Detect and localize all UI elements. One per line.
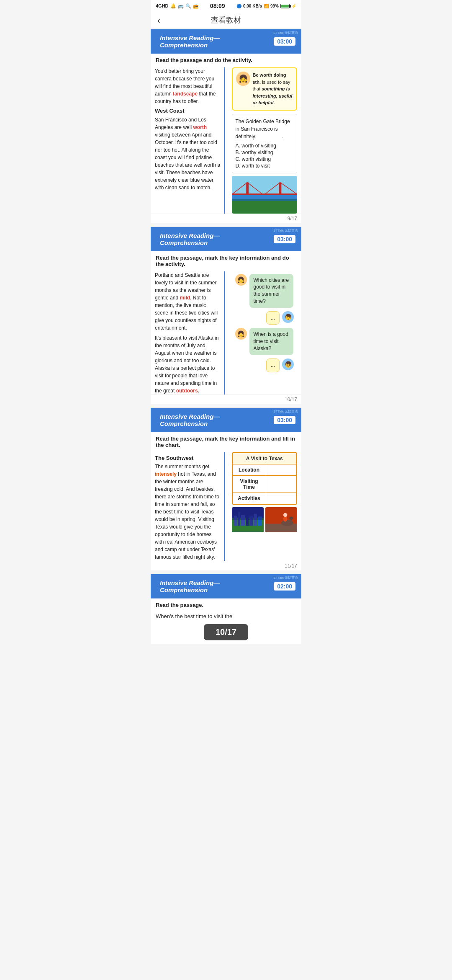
texas-table-title: A Visit to Texas — [233, 453, 297, 464]
section-1-timer[interactable]: 03:00 — [273, 36, 296, 46]
sttalk-logo-3: STTalk 无忧英语 — [273, 410, 298, 414]
chat-a2: 👦 ... — [235, 358, 294, 372]
texas-value-activities[interactable] — [266, 493, 297, 504]
page-counter: 10/17 — [204, 624, 248, 640]
svg-rect-2 — [232, 195, 298, 201]
section-2-instruction: Read the passage, mark the key informati… — [151, 251, 301, 269]
avatar-a1: 👦 — [282, 311, 294, 323]
option-a[interactable]: A. worth of visiting — [236, 143, 294, 149]
status-left: 4GHD 🔔 🚌 🔍 📻 — [156, 3, 199, 9]
skyline-svg — [232, 507, 264, 532]
back-button[interactable]: ‹ — [157, 15, 160, 25]
sttalk-logo-4: STTalk 无忧英语 — [273, 576, 298, 580]
section-3-title: Intensive Reading—Comprehension — [156, 411, 269, 429]
section-1: Intensive Reading—Comprehension 03:00 ST… — [151, 29, 301, 223]
highlight-outdoors: outdoors — [176, 388, 198, 394]
app-icon-2: 🔍 — [185, 3, 191, 9]
status-bar: 4GHD 🔔 🚌 🔍 📻 08:09 🔵 0.00 KB/s 📶 99% ⚡ — [151, 0, 301, 12]
section-3: Intensive Reading—Comprehension 03:00 ST… — [151, 407, 301, 571]
section-1-content: You'd better bring your camera because t… — [151, 65, 301, 214]
bridge-image — [232, 176, 298, 214]
network-speed: 0.00 KB/s — [243, 4, 262, 8]
app-icon-3: 📻 — [193, 3, 199, 9]
question-text-1: The Golden Gate Bridge in San Francisco … — [236, 118, 294, 140]
section-2-para-1: Portland and Seattle are lovely to visit… — [155, 271, 221, 332]
bubble-a2[interactable]: ... — [266, 358, 280, 372]
texas-table-row-location: Location — [233, 464, 297, 476]
bubble-a1[interactable]: ... — [266, 311, 280, 325]
section-2-page-num: 10/17 — [151, 395, 301, 404]
cowboy-svg — [265, 507, 297, 532]
avatar-q2: 👧 — [235, 328, 247, 340]
section-1-para-2: San Francisco and Los Angeles are well w… — [155, 116, 221, 191]
option-b[interactable]: B. worthy visiting — [236, 150, 294, 155]
wifi-icon: 📶 — [264, 4, 269, 8]
battery-bar — [280, 4, 290, 8]
texas-value-location[interactable] — [266, 464, 297, 475]
section-1-right: 👧 Be worth doing sth. is used to say tha… — [229, 67, 298, 214]
section-4: Intensive Reading—Comprehension 02:00 ST… — [151, 574, 301, 644]
avatar-q1: 👧 — [235, 274, 247, 286]
section-2-title: Intensive Reading—Comprehension — [156, 230, 269, 248]
battery-fill — [281, 5, 289, 8]
blank-1 — [257, 138, 282, 138]
notification-icon: 🔔 — [170, 3, 176, 9]
chat-q2: 👧 When is a good time to visit Alaska? — [235, 328, 294, 355]
section-2-right: 👧 Which cities are good to visit in the … — [229, 271, 298, 395]
section-2-header: Intensive Reading—Comprehension 03:00 ST… — [151, 227, 301, 251]
question-box-1: The Golden Gate Bridge in San Francisco … — [232, 114, 298, 173]
option-c[interactable]: C. worth visiting — [236, 156, 294, 162]
section-3-para-1: The summer months get intensely hot in T… — [155, 463, 221, 561]
texas-table-row-visiting: Visiting Time — [233, 476, 297, 493]
highlight-landscape: landscape — [173, 91, 198, 97]
sttalk-logo-2: STTalk 无忧英语 — [273, 229, 298, 233]
texas-label-activities: Activities — [233, 493, 266, 504]
highlight-worth: worth — [193, 124, 207, 130]
highlight-mild: mild — [180, 295, 190, 301]
chat-a1: 👦 ... — [235, 311, 294, 325]
section-3-subheading: The Southwest — [155, 454, 221, 462]
section-1-header: Intensive Reading—Comprehension 03:00 ST… — [151, 29, 301, 54]
city-skyline-image — [232, 507, 264, 532]
section-1-subheading: West Coast — [155, 107, 221, 115]
svg-point-24 — [289, 516, 293, 520]
bubble-q1: Which cities are good to visit in the su… — [249, 274, 293, 308]
texas-value-visiting[interactable] — [266, 476, 297, 493]
svg-rect-5 — [279, 182, 281, 194]
svg-rect-1 — [232, 199, 298, 213]
chat-area: 👧 Which cities are good to visit in the … — [232, 271, 298, 375]
section-4-title: Intensive Reading—Comprehension — [156, 578, 269, 595]
chat-q1: 👧 Which cities are good to visit in the … — [235, 274, 294, 308]
option-d[interactable]: D. worth to visit — [236, 163, 294, 169]
section-2-left: Portland and Seattle are lovely to visit… — [155, 271, 225, 395]
texas-label-visiting: Visiting Time — [233, 476, 266, 493]
highlight-intensely: intensely — [155, 471, 177, 477]
section-1-instruction: Read the passage and do the activity. — [151, 54, 301, 65]
section-2: Intensive Reading—Comprehension 03:00 ST… — [151, 227, 301, 404]
svg-point-25 — [283, 516, 288, 521]
section-3-right: A Visit to Texas Location Visiting Time … — [229, 452, 298, 561]
section-1-left: You'd better bring your camera because t… — [155, 67, 225, 214]
app-icon-1: 🚌 — [178, 3, 184, 9]
cowboy-image — [265, 507, 297, 532]
section-3-content: The Southwest The summer months get inte… — [151, 450, 301, 561]
top-nav: ‹ 查看教材 — [151, 12, 301, 29]
section-1-page-num: 9/17 — [151, 214, 301, 223]
section-1-title: Intensive Reading—Comprehension — [156, 33, 269, 50]
section-2-timer[interactable]: 03:00 — [273, 234, 296, 244]
bubble-q2: When is a good time to visit Alaska? — [249, 328, 293, 355]
status-time: 08:09 — [210, 3, 225, 9]
svg-point-26 — [283, 513, 288, 517]
bolt-icon: ⚡ — [291, 4, 296, 8]
sttalk-logo-1: STTalk 无忧英语 — [273, 31, 298, 35]
signal-icon: 4GHD — [156, 3, 169, 8]
section-4-instruction: Read the passage. — [151, 598, 301, 610]
section-3-timer[interactable]: 03:00 — [273, 415, 296, 425]
tip-text-1: Be worth doing sth. is used to say that … — [253, 72, 293, 106]
bridge-svg — [232, 176, 298, 214]
section-4-timer[interactable]: 02:00 — [273, 581, 296, 591]
section-2-content: Portland and Seattle are lovely to visit… — [151, 269, 301, 395]
texas-label-location: Location — [233, 464, 266, 475]
battery-percent: 99% — [270, 4, 279, 8]
texas-table-row-activities: Activities — [233, 493, 297, 504]
